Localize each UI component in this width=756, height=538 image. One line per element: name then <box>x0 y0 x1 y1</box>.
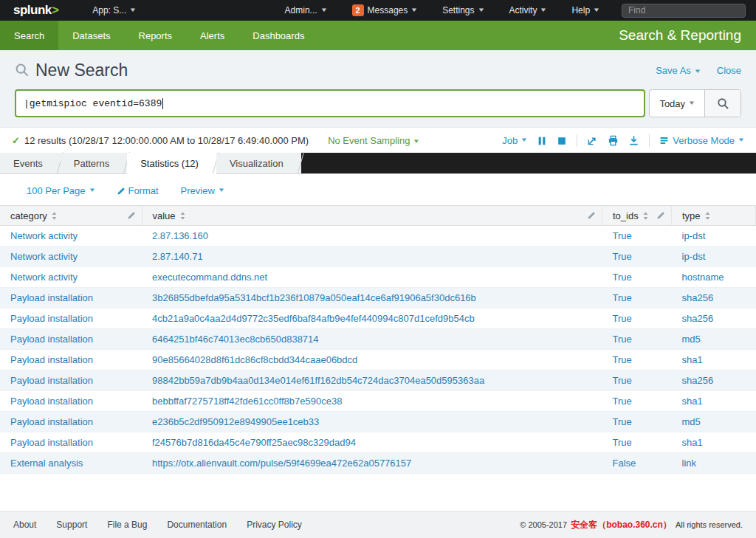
footer-link-file-a-bug[interactable]: File a Bug <box>107 520 147 530</box>
cell-category[interactable]: Network activity <box>0 267 142 288</box>
cell-value[interactable]: f24576b7d816da45c4e790ff25aec98c329dad94 <box>142 432 602 453</box>
cell-to-ids[interactable]: False <box>602 453 672 474</box>
settings-menu-label: Settings <box>442 5 474 15</box>
cell-value[interactable]: 6464251bf46c74013ec8cb650d838714 <box>142 329 602 350</box>
cell-value[interactable]: bebbffaf7275718ff42fde61cc0ff8b7e590ce38 <box>142 391 602 412</box>
cell-type[interactable]: ip-dst <box>672 246 756 267</box>
cell-type[interactable]: sha256 <box>672 308 756 329</box>
nav-item-search[interactable]: Search <box>0 21 58 50</box>
pause-button[interactable] <box>537 136 547 146</box>
stop-button[interactable] <box>557 136 567 146</box>
cell-value[interactable]: 2.87.136.160 <box>142 226 602 246</box>
cell-to-ids[interactable]: True <box>602 370 672 391</box>
splunk-logo[interactable]: splunk> <box>13 3 58 18</box>
user-menu[interactable]: Admin...▼ <box>282 5 330 15</box>
messages-menu[interactable]: 2Messages▼ <box>349 4 421 16</box>
column-header-type[interactable]: type <box>672 206 756 226</box>
tab-statistics[interactable]: Statistics (12) <box>127 153 216 174</box>
cell-type[interactable]: link <box>672 453 756 474</box>
export-button[interactable] <box>628 135 639 146</box>
cell-type[interactable]: sha1 <box>672 432 756 453</box>
cell-value[interactable]: 98842bb59a7db9b4aa0d134e014ef61ff162db54… <box>142 370 602 391</box>
cell-to-ids[interactable]: True <box>602 288 672 308</box>
find-input[interactable] <box>622 4 746 18</box>
cell-to-ids[interactable]: True <box>602 350 672 370</box>
cell-category[interactable]: Network activity <box>0 246 142 267</box>
event-sampling-menu[interactable]: No Event Sampling▼ <box>328 135 419 146</box>
footer-link-privacy-policy[interactable]: Privacy Policy <box>247 520 302 530</box>
tab-events[interactable]: Events <box>0 153 61 173</box>
search-input[interactable]: |getmispioc eventid=6389 <box>15 89 645 117</box>
cell-category[interactable]: Payload installation <box>0 412 142 432</box>
cell-type[interactable]: sha1 <box>672 391 756 412</box>
job-menu[interactable]: Job▼ <box>502 135 527 146</box>
time-range-picker[interactable]: Today▼ <box>650 90 705 117</box>
save-as-menu[interactable]: Save As▼ <box>656 65 701 76</box>
search-button[interactable] <box>705 90 740 117</box>
cell-to-ids[interactable]: True <box>602 267 672 288</box>
cell-to-ids[interactable]: True <box>602 432 672 453</box>
cell-category[interactable]: Payload installation <box>0 370 142 391</box>
cell-type[interactable]: sha256 <box>672 288 756 308</box>
chevron-down-icon: ▼ <box>593 7 600 13</box>
app-menu[interactable]: App: S...▼ <box>89 5 139 15</box>
edit-column-icon[interactable] <box>656 211 665 220</box>
nav-item-dashboards[interactable]: Dashboards <box>238 21 318 50</box>
cell-value[interactable]: https://otx.alienvault.com/pulse/59f4699… <box>142 453 602 474</box>
tab-patterns[interactable]: Patterns <box>61 153 127 173</box>
cell-category[interactable]: Payload installation <box>0 432 142 453</box>
footer-link-documentation[interactable]: Documentation <box>167 520 227 530</box>
cell-value[interactable]: e236b5c2df950912e8949905ee1ceb33 <box>142 412 602 432</box>
preview-menu[interactable]: Preview▼ <box>181 185 224 196</box>
nav-item-datasets[interactable]: Datasets <box>58 21 124 50</box>
cell-value[interactable]: 4cb21a9a0c4aa2d4d9772c35edf6baf84afb9e4f… <box>142 308 602 329</box>
cell-type[interactable]: sha256 <box>672 370 756 391</box>
settings-menu[interactable]: Settings▼ <box>439 5 487 15</box>
print-button[interactable] <box>608 135 619 146</box>
help-menu[interactable]: Help▼ <box>568 5 602 15</box>
close-button[interactable]: Close <box>717 65 741 76</box>
nav-item-reports[interactable]: Reports <box>125 21 187 50</box>
search-mode-menu[interactable]: Verbose Mode▼ <box>659 135 744 146</box>
results-tabs: Events Patterns Statistics (12) Visualiz… <box>0 153 756 174</box>
edit-column-icon[interactable] <box>587 211 596 220</box>
share-button[interactable] <box>587 135 598 146</box>
cell-value[interactable]: 90e85664028d8f61dc86cf8cbdd344caae06bdcd <box>142 350 602 370</box>
column-header-category[interactable]: category <box>0 206 142 226</box>
footer-link-support[interactable]: Support <box>56 520 87 530</box>
cell-type[interactable]: sha1 <box>672 350 756 370</box>
cell-to-ids[interactable]: True <box>602 246 672 267</box>
cell-type[interactable]: hostname <box>672 267 756 288</box>
cell-to-ids[interactable]: True <box>602 391 672 412</box>
column-header-to-ids[interactable]: to_ids <box>602 206 672 226</box>
cell-to-ids[interactable]: True <box>602 329 672 350</box>
footer-link-about[interactable]: About <box>13 520 36 530</box>
cell-category[interactable]: External analysis <box>0 453 142 474</box>
activity-menu[interactable]: Activity▼ <box>506 5 549 15</box>
cell-type[interactable]: md5 <box>672 329 756 350</box>
cell-value[interactable]: executecommand.ddns.net <box>142 267 602 288</box>
cell-to-ids[interactable]: True <box>602 226 672 246</box>
cell-category[interactable]: Payload installation <box>0 329 142 350</box>
format-menu[interactable]: Format <box>117 185 158 196</box>
cell-value[interactable]: 2.87.140.71 <box>142 246 602 267</box>
time-range-group: Today▼ <box>649 89 741 117</box>
column-label: category <box>10 210 47 221</box>
cell-type[interactable]: md5 <box>672 412 756 432</box>
nav-item-alerts[interactable]: Alerts <box>186 21 238 50</box>
cell-category[interactable]: Payload installation <box>0 288 142 308</box>
cell-category[interactable]: Payload installation <box>0 350 142 370</box>
search-mode-label: Verbose Mode <box>673 135 735 146</box>
cell-category[interactable]: Payload installation <box>0 391 142 412</box>
column-header-value[interactable]: value <box>142 206 602 226</box>
per-page-menu[interactable]: 100 Per Page▼ <box>27 185 94 196</box>
tab-visualization[interactable]: Visualization <box>216 153 301 173</box>
chevron-down-icon: ▼ <box>694 68 701 75</box>
cell-value[interactable]: 3b26855dbefda95a5314bcf1b236f10879a050ea… <box>142 288 602 308</box>
cell-category[interactable]: Payload installation <box>0 308 142 329</box>
cell-type[interactable]: ip-dst <box>672 226 756 246</box>
cell-category[interactable]: Network activity <box>0 226 142 246</box>
edit-column-icon[interactable] <box>127 211 136 220</box>
cell-to-ids[interactable]: True <box>602 412 672 432</box>
cell-to-ids[interactable]: True <box>602 308 672 329</box>
